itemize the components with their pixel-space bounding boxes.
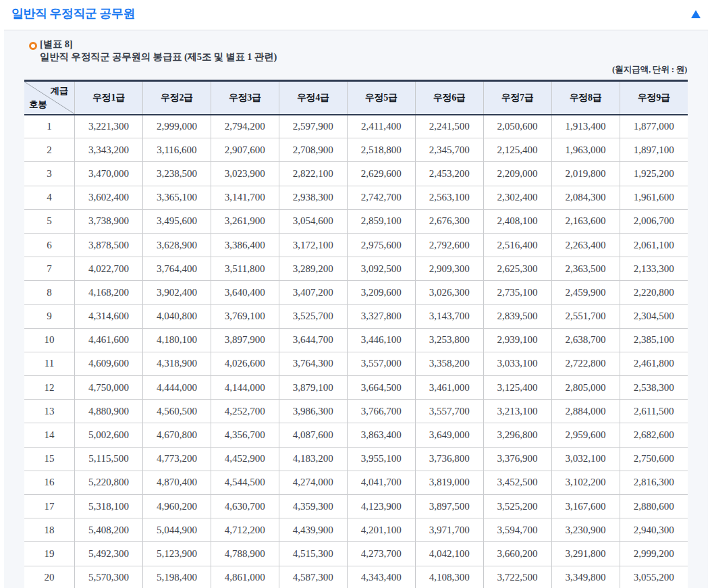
salary-cell: 3,327,800 [347, 304, 415, 328]
salary-cell: 3,213,100 [483, 400, 551, 423]
row-step-number: 13 [24, 400, 75, 423]
unit-note: (월지급액, 단위 : 원) [612, 64, 687, 76]
table-row: 145,002,6004,670,8004,356,7004,087,6003,… [24, 423, 688, 447]
salary-cell: 3,141,700 [211, 186, 279, 209]
salary-cell: 3,296,800 [483, 423, 551, 447]
salary-cell: 2,516,400 [483, 233, 551, 257]
salary-cell: 4,123,900 [347, 495, 415, 518]
table-row: 134,880,9004,560,5004,252,7003,986,3003,… [24, 400, 688, 423]
row-step-number: 6 [24, 233, 75, 257]
salary-cell: 1,961,600 [620, 186, 688, 209]
salary-cell: 4,960,200 [142, 495, 211, 518]
salary-cell: 3,602,400 [75, 186, 143, 209]
row-step-number: 16 [24, 471, 75, 494]
salary-cell: 2,975,600 [347, 233, 415, 257]
salary-cell: 2,453,200 [415, 162, 483, 186]
table-row: 185,408,2005,044,9004,712,2004,439,9004,… [24, 518, 688, 542]
salary-cell: 2,345,700 [415, 138, 483, 162]
salary-cell: 3,102,200 [551, 471, 620, 494]
page-title: 일반직 우정직군 공무원 [11, 5, 135, 22]
salary-cell: 3,253,800 [415, 328, 483, 352]
salary-cell: 3,365,100 [142, 186, 211, 209]
salary-cell: 4,273,700 [347, 542, 415, 566]
salary-cell: 3,116,600 [142, 138, 211, 162]
table-row: 165,220,8004,870,4004,544,5004,274,0004,… [24, 471, 688, 494]
table-row: 23,343,2003,116,6002,907,6002,708,9002,5… [24, 138, 688, 162]
corner-label-step: 호봉 [29, 99, 47, 111]
salary-cell: 3,766,700 [347, 400, 415, 423]
row-step-number: 12 [24, 376, 75, 400]
salary-cell: 3,769,100 [211, 304, 279, 328]
salary-cell: 5,492,300 [75, 542, 143, 566]
salary-cell: 3,261,900 [211, 209, 279, 233]
salary-cell: 4,861,000 [211, 566, 279, 588]
row-step-number: 2 [24, 138, 75, 162]
row-step-number: 11 [24, 352, 75, 375]
corner-cell: 계급 호봉 [24, 81, 75, 115]
salary-cell: 4,544,500 [211, 471, 279, 494]
salary-cell: 2,939,100 [483, 328, 551, 352]
table-row: 43,602,4003,365,1003,141,7002,938,3002,7… [24, 186, 688, 209]
collapse-triangle-icon[interactable] [691, 10, 701, 18]
salary-cell: 4,318,900 [142, 352, 211, 375]
salary-cell: 2,794,200 [211, 115, 279, 138]
salary-cell: 2,385,100 [620, 328, 688, 352]
salary-cell: 2,302,400 [483, 186, 551, 209]
table-row: 63,878,5003,628,9003,386,4003,172,1002,9… [24, 233, 688, 257]
salary-cell: 4,452,900 [211, 447, 279, 471]
salary-cell: 3,470,000 [75, 162, 143, 186]
salary-table: 계급 호봉 우정1급우정2급우정3급우정4급우정5급우정6급우정7급우정8급우정… [24, 80, 688, 588]
salary-cell: 5,123,900 [142, 542, 211, 566]
salary-cell: 2,408,100 [483, 209, 551, 233]
table-row: 175,318,1004,960,2004,630,7004,359,3004,… [24, 495, 688, 518]
salary-cell: 3,461,000 [415, 376, 483, 400]
salary-cell: 3,358,200 [415, 352, 483, 375]
column-header-5: 우정5급 [347, 81, 415, 115]
salary-cell: 4,712,200 [211, 518, 279, 542]
column-header-8: 우정8급 [551, 81, 620, 115]
salary-cell: 3,649,000 [415, 423, 483, 447]
salary-cell: 3,819,000 [415, 471, 483, 494]
salary-cell: 3,878,500 [75, 233, 143, 257]
salary-cell: 3,230,900 [551, 518, 620, 542]
salary-cell: 3,764,300 [279, 352, 347, 375]
salary-cell: 3,125,400 [483, 376, 551, 400]
row-step-number: 9 [24, 304, 75, 328]
salary-cell: 3,738,900 [75, 209, 143, 233]
salary-cell: 3,764,400 [142, 257, 211, 281]
salary-cell: 2,638,700 [551, 328, 620, 352]
salary-cell: 3,349,800 [551, 566, 620, 588]
salary-cell: 4,609,600 [75, 352, 143, 375]
row-step-number: 20 [24, 566, 75, 588]
salary-cell: 2,907,600 [211, 138, 279, 162]
salary-cell: 2,209,000 [483, 162, 551, 186]
salary-cell: 4,587,300 [279, 566, 347, 588]
table-row: 195,492,3005,123,9004,788,9004,515,3004,… [24, 542, 688, 566]
salary-cell: 3,879,100 [279, 376, 347, 400]
section-header: 일반직 우정직군 공무원 [0, 0, 710, 30]
salary-cell: 3,955,100 [347, 447, 415, 471]
salary-cell: 2,363,500 [551, 257, 620, 281]
salary-cell: 2,050,600 [483, 115, 551, 138]
salary-cell: 3,722,500 [483, 566, 551, 588]
salary-cell: 4,314,600 [75, 304, 143, 328]
salary-cell: 2,518,800 [347, 138, 415, 162]
salary-cell: 4,560,500 [142, 400, 211, 423]
table-row: 155,115,5004,773,2004,452,9004,183,2003,… [24, 447, 688, 471]
salary-cell: 4,870,400 [142, 471, 211, 494]
salary-cell: 2,611,500 [620, 400, 688, 423]
salary-cell: 3,664,500 [347, 376, 415, 400]
row-step-number: 14 [24, 423, 75, 447]
row-step-number: 4 [24, 186, 75, 209]
salary-cell: 4,444,000 [142, 376, 211, 400]
salary-cell: 2,461,800 [620, 352, 688, 375]
salary-cell: 3,209,600 [347, 281, 415, 304]
salary-cell: 2,682,600 [620, 423, 688, 447]
salary-cell: 2,708,900 [279, 138, 347, 162]
row-step-number: 7 [24, 257, 75, 281]
salary-cell: 3,407,200 [279, 281, 347, 304]
salary-cell: 3,971,700 [415, 518, 483, 542]
salary-cell: 2,538,300 [620, 376, 688, 400]
salary-cell: 3,628,900 [142, 233, 211, 257]
salary-cell: 2,816,300 [620, 471, 688, 494]
